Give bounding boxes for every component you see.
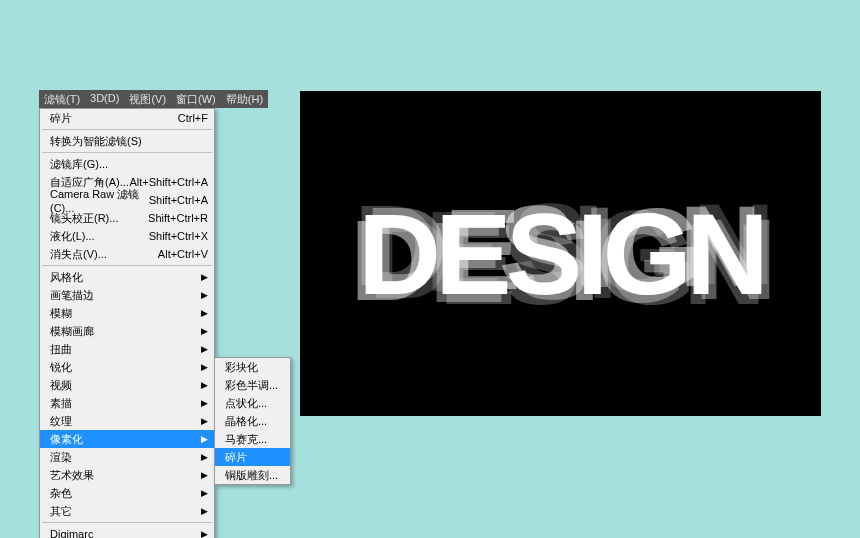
- canvas-text-design: DESIGN: [358, 188, 763, 320]
- separator: [42, 265, 212, 266]
- submenu-arrow-icon: ▶: [201, 362, 208, 372]
- menu-item-blur-gallery[interactable]: 模糊画廊▶: [40, 322, 214, 340]
- menu-item-other[interactable]: 其它▶: [40, 502, 214, 520]
- document-canvas: DESIGN: [300, 91, 821, 416]
- submenu-arrow-icon: ▶: [201, 398, 208, 408]
- menu-item-sharpen[interactable]: 锐化▶: [40, 358, 214, 376]
- submenu-arrow-icon: ▶: [201, 470, 208, 480]
- submenu-item-fragment[interactable]: 碎片: [215, 448, 290, 466]
- menu-item-video[interactable]: 视频▶: [40, 376, 214, 394]
- menu-help[interactable]: 帮助(H): [221, 90, 268, 108]
- menu-item-digimarc[interactable]: Digimarc▶: [40, 525, 214, 538]
- menu-item-convert-smart[interactable]: 转换为智能滤镜(S): [40, 132, 214, 150]
- submenu-item-crystallize[interactable]: 晶格化...: [215, 412, 290, 430]
- separator: [42, 522, 212, 523]
- app-menubar: 滤镜(T) 3D(D) 视图(V) 窗口(W) 帮助(H): [39, 90, 268, 108]
- submenu-item-mezzotint[interactable]: 铜版雕刻...: [215, 466, 290, 484]
- submenu-arrow-icon: ▶: [201, 272, 208, 282]
- submenu-arrow-icon: ▶: [201, 344, 208, 354]
- menu-item-pixelate[interactable]: 像素化▶: [40, 430, 214, 448]
- menu-item-noise[interactable]: 杂色▶: [40, 484, 214, 502]
- menu-item-distort[interactable]: 扭曲▶: [40, 340, 214, 358]
- menu-item-sketch[interactable]: 素描▶: [40, 394, 214, 412]
- submenu-item-mosaic[interactable]: 马赛克...: [215, 430, 290, 448]
- submenu-arrow-icon: ▶: [201, 452, 208, 462]
- menu-item-render[interactable]: 渲染▶: [40, 448, 214, 466]
- submenu-item-color-blocks[interactable]: 彩块化: [215, 358, 290, 376]
- menu-view[interactable]: 视图(V): [124, 90, 171, 108]
- menu-item-stylize[interactable]: 风格化▶: [40, 268, 214, 286]
- submenu-arrow-icon: ▶: [201, 380, 208, 390]
- menu-filter[interactable]: 滤镜(T): [39, 90, 85, 108]
- menu-item-vanishing-point[interactable]: 消失点(V)...Alt+Ctrl+V: [40, 245, 214, 263]
- submenu-arrow-icon: ▶: [201, 308, 208, 318]
- submenu-arrow-icon: ▶: [201, 488, 208, 498]
- submenu-item-pointillize[interactable]: 点状化...: [215, 394, 290, 412]
- submenu-arrow-icon: ▶: [201, 434, 208, 444]
- menu-item-artistic[interactable]: 艺术效果▶: [40, 466, 214, 484]
- menu-item-texture[interactable]: 纹理▶: [40, 412, 214, 430]
- menu-item-recent-filter[interactable]: 碎片Ctrl+F: [40, 109, 214, 127]
- submenu-arrow-icon: ▶: [201, 506, 208, 516]
- separator: [42, 152, 212, 153]
- menu-item-blur[interactable]: 模糊▶: [40, 304, 214, 322]
- menu-item-camera-raw[interactable]: Camera Raw 滤镜(C)...Shift+Ctrl+A: [40, 191, 214, 209]
- separator: [42, 129, 212, 130]
- submenu-arrow-icon: ▶: [201, 416, 208, 426]
- menu-item-filter-gallery[interactable]: 滤镜库(G)...: [40, 155, 214, 173]
- pixelate-submenu: 彩块化 彩色半调... 点状化... 晶格化... 马赛克... 碎片 铜版雕刻…: [214, 357, 291, 485]
- submenu-arrow-icon: ▶: [201, 290, 208, 300]
- submenu-arrow-icon: ▶: [201, 326, 208, 336]
- filter-menu: 碎片Ctrl+F 转换为智能滤镜(S) 滤镜库(G)... 自适应广角(A)..…: [39, 108, 215, 538]
- menu-item-liquify[interactable]: 液化(L)...Shift+Ctrl+X: [40, 227, 214, 245]
- submenu-arrow-icon: ▶: [201, 529, 208, 538]
- menu-item-brush-strokes[interactable]: 画笔描边▶: [40, 286, 214, 304]
- menu-window[interactable]: 窗口(W): [171, 90, 221, 108]
- submenu-item-color-halftone[interactable]: 彩色半调...: [215, 376, 290, 394]
- menu-3d[interactable]: 3D(D): [85, 90, 124, 108]
- menu-item-lens-correction[interactable]: 镜头校正(R)...Shift+Ctrl+R: [40, 209, 214, 227]
